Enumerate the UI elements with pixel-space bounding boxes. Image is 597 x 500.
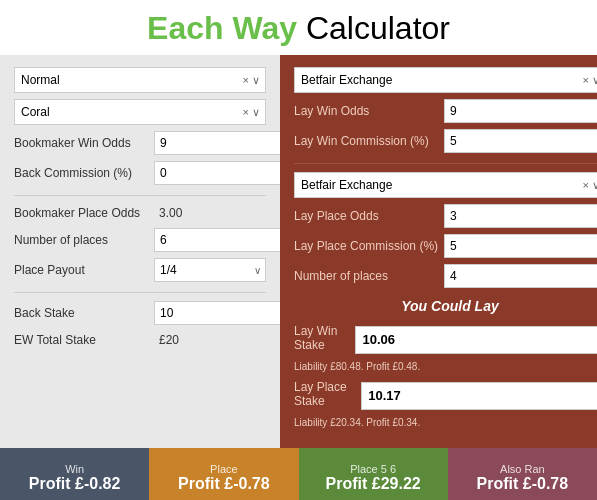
place-exchange-select[interactable]: Betfair Exchange Smarkets Matchbook [294,172,597,198]
back-commission-row: Back Commission (%) [14,161,266,185]
lay-place-fields-group: Lay Place Odds Lay Place Commission (%) … [294,204,597,288]
stake-fields-group: Back Stake EW Total Stake £20 [14,301,266,349]
lay-win-stake-row: Lay Win Stake [294,324,597,355]
title-calculator: Calculator [297,10,450,46]
ew-total-stake-value: £20 [154,331,266,349]
divider-1 [14,195,266,196]
footer-place-cell: Place Profit £-0.78 [149,448,298,500]
place-payout-wrapper[interactable]: 1/4 1/5 1/3 ∨ [154,258,266,282]
footer-place56-label: Place 5 6 [350,463,396,475]
back-stake-label: Back Stake [14,306,154,320]
page-header: Each Way Calculator [0,0,597,55]
title-each-way: Each Way [147,10,297,46]
number-of-places-label: Number of places [14,233,154,247]
footer-place56-value: Profit £29.22 [326,475,421,493]
ew-total-stake-row: EW Total Stake £20 [14,331,266,349]
bookmaker-win-odds-row: Bookmaker Win Odds [14,131,266,155]
lay-place-stake-block: Lay Place Stake Liability £20.34. Profit… [294,380,597,428]
lay-place-stake-input[interactable] [361,382,597,410]
footer-win-label: Win [65,463,84,475]
place-payout-row: Place Payout 1/4 1/5 1/3 ∨ [14,258,266,282]
bookmaker-place-odds-row: Bookmaker Place Odds 3.00 [14,204,266,222]
footer-win-cell: Win Profit £-0.82 [0,448,149,500]
bookmaker-place-odds-label: Bookmaker Place Odds [14,206,154,220]
footer-also-label: Also Ran [500,463,545,475]
right-divider-1 [294,163,597,164]
lay-place-odds-input[interactable] [444,204,597,228]
lay-win-odds-label: Lay Win Odds [294,104,444,118]
lay-place-stake-row: Lay Place Stake [294,380,597,411]
win-exchange-select-wrapper[interactable]: Betfair Exchange Smarkets Matchbook [294,67,597,93]
type-select[interactable]: Normal Asian [14,67,266,93]
win-exchange-select[interactable]: Betfair Exchange Smarkets Matchbook [294,67,597,93]
page-title: Each Way Calculator [0,10,597,47]
lay-win-stake-sub: Liability £80.48. Profit £0.48. [294,361,597,372]
lay-place-commission-label: Lay Place Commission (%) [294,239,444,253]
bookmaker-select[interactable]: Coral Bet365 William Hill [14,99,266,125]
lay-place-stake-sub: Liability £20.34. Profit £0.34. [294,417,597,428]
lay-win-commission-row: Lay Win Commission (%) [294,129,597,153]
lay-place-commission-input[interactable] [444,234,597,258]
right-panel: Betfair Exchange Smarkets Matchbook Lay … [280,55,597,448]
bookmaker-select-wrapper[interactable]: Coral Bet365 William Hill [14,99,266,125]
page-wrapper: Each Way Calculator Normal Asian Coral B… [0,0,597,500]
footer: Win Profit £-0.82 Place Profit £-0.78 Pl… [0,448,597,500]
lay-place-stake-label: Lay Place Stake [294,380,361,408]
bookmaker-win-odds-label: Bookmaker Win Odds [14,136,154,150]
footer-also-cell: Also Ran Profit £-0.78 [448,448,597,500]
lay-number-of-places-input[interactable] [444,264,597,288]
place-payout-select[interactable]: 1/4 1/5 1/3 [154,258,266,282]
type-select-wrapper[interactable]: Normal Asian [14,67,266,93]
footer-place56-cell: Place 5 6 Profit £29.22 [299,448,448,500]
win-fields-group: Bookmaker Win Odds Back Commission (%) [14,131,266,185]
footer-place-value: Profit £-0.78 [178,475,270,493]
lay-win-stake-input[interactable] [355,326,597,354]
lay-win-fields-group: Lay Win Odds Lay Win Commission (%) [294,99,597,153]
bookmaker-place-odds-value: 3.00 [154,204,266,222]
footer-place-label: Place [210,463,238,475]
lay-win-stake-label: Lay Win Stake [294,324,355,352]
place-fields-group: Bookmaker Place Odds 3.00 Number of plac… [14,204,266,282]
lay-win-stake-block: Lay Win Stake Liability £80.48. Profit £… [294,324,597,372]
lay-place-odds-label: Lay Place Odds [294,209,444,223]
divider-2 [14,292,266,293]
lay-number-of-places-row: Number of places [294,264,597,288]
back-commission-label: Back Commission (%) [14,166,154,180]
you-could-lay-heading: You Could Lay [294,298,597,314]
number-of-places-row: Number of places [14,228,266,252]
lay-win-commission-input[interactable] [444,129,597,153]
footer-also-value: Profit £-0.78 [477,475,569,493]
back-stake-row: Back Stake [14,301,266,325]
footer-win-value: Profit £-0.82 [29,475,121,493]
lay-place-commission-row: Lay Place Commission (%) [294,234,597,258]
ew-total-stake-label: EW Total Stake [14,333,154,347]
place-payout-label: Place Payout [14,263,154,277]
lay-win-odds-input[interactable] [444,99,597,123]
lay-win-commission-label: Lay Win Commission (%) [294,134,444,148]
place-exchange-select-wrapper[interactable]: Betfair Exchange Smarkets Matchbook [294,172,597,198]
left-panel: Normal Asian Coral Bet365 William Hill B… [0,55,280,448]
main-content: Normal Asian Coral Bet365 William Hill B… [0,55,597,448]
lay-number-of-places-label: Number of places [294,269,444,283]
lay-place-odds-row: Lay Place Odds [294,204,597,228]
lay-win-odds-row: Lay Win Odds [294,99,597,123]
